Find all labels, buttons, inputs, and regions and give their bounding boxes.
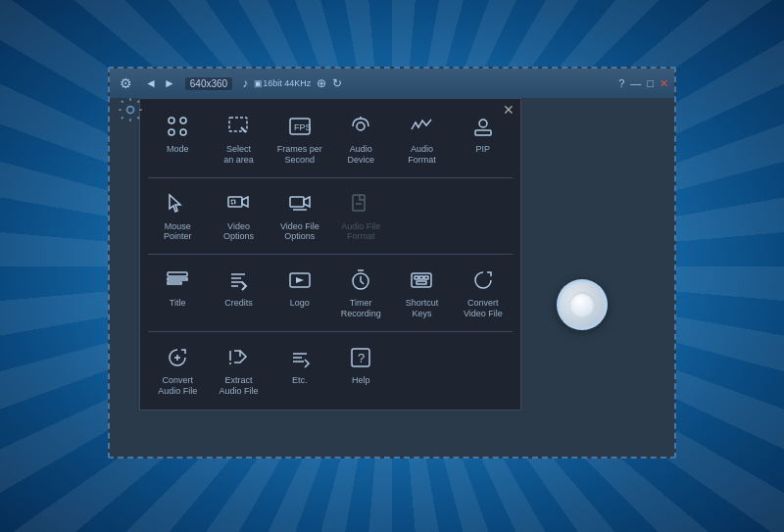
menu-item-title[interactable]: Title (148, 261, 207, 325)
menu-item-extract-audio[interactable]: ExtractAudio File (209, 338, 268, 403)
timer-recording-icon (345, 266, 376, 294)
music-icon: ♪ (242, 76, 248, 90)
video-file-options-icon (284, 190, 316, 218)
svg-rect-22 (168, 282, 181, 284)
svg-point-14 (231, 200, 235, 204)
menu-item-shortcut-keys[interactable]: ShortcutKeys (392, 261, 451, 325)
etc-icon (284, 344, 316, 371)
menu-grid: Mode Selectan area FPS Frames perSecond … (148, 107, 513, 402)
app-window: ⚙ ◄ ► 640x360 ♪ ▣16bit 44KHz ⊕ ↻ ? — □ ✕… (108, 67, 676, 459)
video-options-icon (222, 190, 254, 218)
resolution-display: 640x360 (185, 77, 232, 90)
menu-item-fps[interactable]: FPS Frames perSecond (270, 107, 329, 171)
svg-rect-20 (168, 272, 187, 276)
svg-rect-10 (475, 130, 491, 135)
audio-file-format-icon (345, 190, 376, 218)
svg-rect-35 (416, 281, 426, 284)
pip-label: PIP (476, 144, 491, 155)
svg-rect-21 (168, 278, 187, 280)
record-button[interactable] (557, 279, 608, 330)
svg-point-7 (357, 122, 365, 130)
extract-audio-label: ExtractAudio File (219, 375, 258, 397)
etc-label: Etc. (292, 375, 308, 386)
fps-label: Frames perSecond (277, 144, 322, 166)
title-bar-icons: ♪ ▣16bit 44KHz ⊕ ↻ (242, 76, 342, 90)
convert-video-label: ConvertVideo File (464, 298, 503, 319)
settings-gear-icon[interactable] (113, 92, 148, 127)
select-area-label: Selectan area (223, 144, 254, 166)
fps-icon: FPS (284, 113, 316, 140)
svg-point-45 (127, 107, 134, 114)
menu-item-mouse-pointer[interactable]: MousePointer (148, 184, 207, 249)
forward-button[interactable]: ► (162, 76, 177, 90)
help-button[interactable]: ? (618, 77, 624, 89)
credits-icon (222, 266, 254, 294)
mouse-pointer-label: MousePointer (164, 221, 192, 243)
video-options-label: VideoOptions (223, 221, 254, 243)
menu-item-etc[interactable]: Etc. (270, 338, 329, 403)
menu-item-timer-recording[interactable]: TimerRecording (331, 261, 390, 325)
help-icon: ? (345, 344, 376, 371)
select-area-icon (222, 113, 254, 140)
menu-item-audio-format[interactable]: AudioFormat (392, 107, 451, 171)
svg-marker-16 (304, 197, 310, 207)
svg-point-3 (180, 129, 186, 135)
menu-panel: ✕ Mode Selectan area FPS Frames perSeco (139, 98, 521, 411)
convert-video-icon (467, 266, 499, 294)
menu-item-audio-device[interactable]: AudioDevice (331, 107, 390, 171)
menu-item-audio-file-format: Audio FileFormat (331, 184, 390, 249)
audio-device-label: AudioDevice (347, 144, 374, 166)
menu-item-convert-video[interactable]: ConvertVideo File (454, 261, 513, 325)
menu-item-video-options[interactable]: VideoOptions (209, 184, 268, 249)
credits-label: Credits (224, 298, 253, 309)
svg-marker-11 (170, 195, 180, 212)
gear-icon: ⚙ (116, 73, 135, 93)
svg-point-2 (169, 129, 174, 135)
svg-rect-34 (424, 276, 428, 279)
svg-text:?: ? (358, 351, 365, 365)
svg-text:FPS: FPS (294, 122, 312, 132)
title-bar: ⚙ ◄ ► 640x360 ♪ ▣16bit 44KHz ⊕ ↻ ? — □ ✕ (110, 69, 674, 98)
maximize-button[interactable]: □ (647, 77, 654, 89)
audio-format-icon (406, 113, 437, 140)
title-icon (162, 266, 193, 294)
cursor-icon: ⊕ (317, 76, 326, 90)
mode-label: Mode (167, 144, 189, 155)
video-file-options-label: Video FileOptions (280, 221, 319, 243)
divider-3 (148, 331, 513, 332)
menu-item-video-file-options[interactable]: Video FileOptions (270, 184, 329, 249)
convert-audio-icon (162, 344, 193, 371)
svg-rect-32 (415, 276, 418, 279)
extract-audio-icon (222, 344, 254, 371)
audio-file-format-label: Audio FileFormat (341, 221, 380, 243)
title-bar-nav: ◄ ► (143, 76, 177, 90)
window-controls: ? — □ ✕ (618, 77, 668, 90)
minimize-button[interactable]: — (630, 77, 641, 89)
close-button[interactable]: ✕ (660, 77, 668, 90)
svg-point-9 (479, 120, 487, 127)
svg-point-1 (180, 118, 186, 123)
quality-icon: ▣16bit 44KHz (254, 78, 311, 88)
svg-rect-15 (290, 197, 304, 207)
menu-item-convert-audio[interactable]: ConvertAudio File (148, 338, 207, 403)
menu-item-help[interactable]: ? Help (331, 338, 390, 403)
menu-item-credits[interactable]: Credits (209, 261, 268, 325)
mouse-pointer-icon (162, 190, 193, 218)
title-label: Title (170, 298, 186, 309)
menu-item-select-area[interactable]: Selectan area (209, 107, 268, 171)
menu-item-logo[interactable]: Logo (270, 261, 329, 325)
divider-1 (148, 177, 513, 178)
divider-2 (148, 254, 513, 255)
menu-close-button[interactable]: ✕ (503, 103, 514, 117)
svg-rect-33 (419, 276, 423, 279)
record-button-inner (569, 292, 595, 317)
shortcut-keys-icon (406, 266, 437, 294)
refresh-icon: ↻ (332, 76, 342, 90)
menu-item-mode[interactable]: Mode (148, 107, 207, 171)
logo-icon (284, 266, 316, 294)
pip-icon (467, 113, 499, 140)
logo-label: Logo (290, 298, 310, 309)
back-button[interactable]: ◄ (143, 76, 159, 90)
svg-marker-28 (296, 277, 304, 283)
convert-audio-label: ConvertAudio File (158, 375, 197, 397)
